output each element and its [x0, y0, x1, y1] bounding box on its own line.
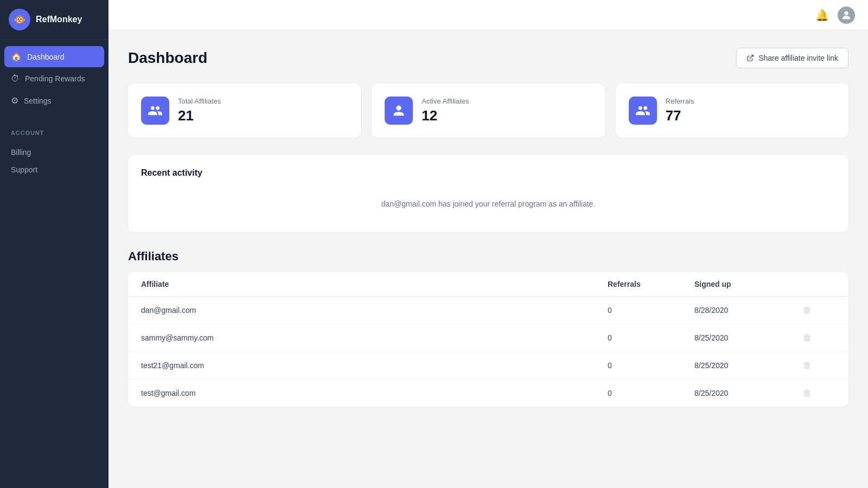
table-header-col-0: Affiliate [141, 280, 608, 288]
sidebar-item-label: Settings [24, 97, 52, 105]
total-affiliates-label: Total Affiliates [178, 97, 221, 105]
total-affiliates-value: 21 [178, 107, 221, 124]
affiliate-email: test@gmail.com [141, 389, 608, 397]
active-affiliates-icon-bg [385, 97, 413, 125]
stats-row: Total Affiliates 21 Active Affiliates 12… [128, 84, 848, 138]
delete-affiliate-button[interactable]: 🗑 [803, 333, 812, 342]
sidebar-item-dashboard[interactable]: 🏠 Dashboard [4, 46, 104, 67]
svg-point-0 [844, 11, 848, 15]
affiliate-referrals: 0 [608, 333, 694, 342]
sidebar: 🐵 RefMonkey 🏠 Dashboard⏱ Pending Rewards… [0, 0, 108, 488]
sidebar-item-label: Pending Rewards [25, 74, 85, 83]
stat-card-referrals: Referrals 77 [616, 84, 848, 138]
delete-affiliate-button[interactable]: 🗑 [803, 361, 812, 370]
table-row: test21@gmail.com 0 8/25/2020 🗑 [128, 352, 848, 380]
table-row: test@gmail.com 0 8/25/2020 🗑 [128, 380, 848, 407]
affiliate-email: test21@gmail.com [141, 361, 608, 370]
affiliate-delete-cell: 🗑 [803, 361, 835, 370]
stat-card-active-affiliates: Active Affiliates 12 [372, 84, 604, 138]
table-row: sammy@sammy.com 0 8/25/2020 🗑 [128, 324, 848, 352]
external-link-icon [746, 54, 754, 62]
content: Dashboard Share affiliate invite link To… [108, 30, 868, 488]
sidebar-item-label: Dashboard [27, 53, 65, 61]
account-link-support[interactable]: Support [4, 161, 104, 178]
share-button-label: Share affiliate invite link [758, 54, 838, 62]
referrals-value: 77 [666, 107, 694, 124]
affiliate-signed-up: 8/25/2020 [694, 361, 803, 370]
referrals-label: Referrals [666, 97, 694, 105]
topbar: 🔔 [108, 0, 868, 30]
sidebar-nav: 🏠 Dashboard⏱ Pending Rewards⚙ Settings [0, 40, 108, 119]
affiliate-email: dan@gmail.com [141, 306, 608, 314]
total-affiliates-info: Total Affiliates 21 [178, 97, 221, 124]
total-affiliates-icon-bg [141, 97, 169, 125]
sidebar-item-pending-rewards[interactable]: ⏱ Pending Rewards [4, 68, 104, 89]
affiliate-email: sammy@sammy.com [141, 333, 608, 342]
affiliates-table: AffiliateReferralsSigned up dan@gmail.co… [128, 272, 848, 407]
account-label: ACCOUNT [11, 130, 44, 136]
settings-icon: ⚙ [11, 95, 18, 106]
recent-activity-card: Recent activity dan@gmail.com has joined… [128, 155, 848, 232]
table-header: AffiliateReferralsSigned up [128, 272, 848, 297]
affiliates-section: Affiliates AffiliateReferralsSigned up d… [128, 249, 848, 407]
affiliate-delete-cell: 🗑 [803, 305, 835, 315]
table-header-col-3 [803, 280, 835, 288]
recent-activity-title: Recent activity [141, 168, 835, 178]
account-links: BillingSupport [0, 139, 108, 183]
referrals-info: Referrals 77 [666, 97, 694, 124]
pending-rewards-icon: ⏱ [11, 74, 20, 84]
delete-affiliate-button[interactable]: 🗑 [803, 305, 812, 314]
active-affiliates-info: Active Affiliates 12 [422, 97, 469, 124]
dashboard-icon: 🏠 [11, 52, 22, 62]
table-header-col-2: Signed up [694, 280, 803, 288]
affiliate-signed-up: 8/25/2020 [694, 333, 803, 342]
account-section: ACCOUNT [0, 119, 108, 139]
table-row: dan@gmail.com 0 8/28/2020 🗑 [128, 297, 848, 324]
affiliate-signed-up: 8/28/2020 [694, 306, 803, 314]
referrals-icon-bg [629, 97, 657, 125]
bell-icon[interactable]: 🔔 [815, 9, 829, 22]
page-title: Dashboard [128, 49, 207, 67]
main-area: 🔔 Dashboard Share affiliate invite link [108, 0, 868, 488]
affiliate-referrals: 0 [608, 306, 694, 314]
logo-icon: 🐵 [9, 9, 30, 30]
affiliate-delete-cell: 🗑 [803, 333, 835, 343]
affiliate-referrals: 0 [608, 361, 694, 370]
affiliate-signed-up: 8/25/2020 [694, 389, 803, 397]
avatar[interactable] [838, 7, 855, 24]
affiliate-delete-cell: 🗑 [803, 388, 835, 398]
active-affiliates-value: 12 [422, 107, 469, 124]
svg-line-1 [750, 55, 753, 59]
table-header-col-1: Referrals [608, 280, 694, 288]
page-header: Dashboard Share affiliate invite link [128, 48, 848, 68]
account-link-billing[interactable]: Billing [4, 144, 104, 161]
delete-affiliate-button[interactable]: 🗑 [803, 388, 812, 397]
logo-text: RefMonkey [36, 15, 82, 24]
stat-card-total-affiliates: Total Affiliates 21 [128, 84, 361, 138]
share-affiliate-link-button[interactable]: Share affiliate invite link [736, 48, 848, 68]
active-affiliates-label: Active Affiliates [422, 97, 469, 105]
sidebar-logo: 🐵 RefMonkey [0, 0, 108, 40]
affiliate-referrals: 0 [608, 389, 694, 397]
recent-activity-message: dan@gmail.com has joined your referral p… [141, 189, 835, 219]
affiliates-title: Affiliates [128, 249, 848, 264]
sidebar-item-settings[interactable]: ⚙ Settings [4, 90, 104, 111]
